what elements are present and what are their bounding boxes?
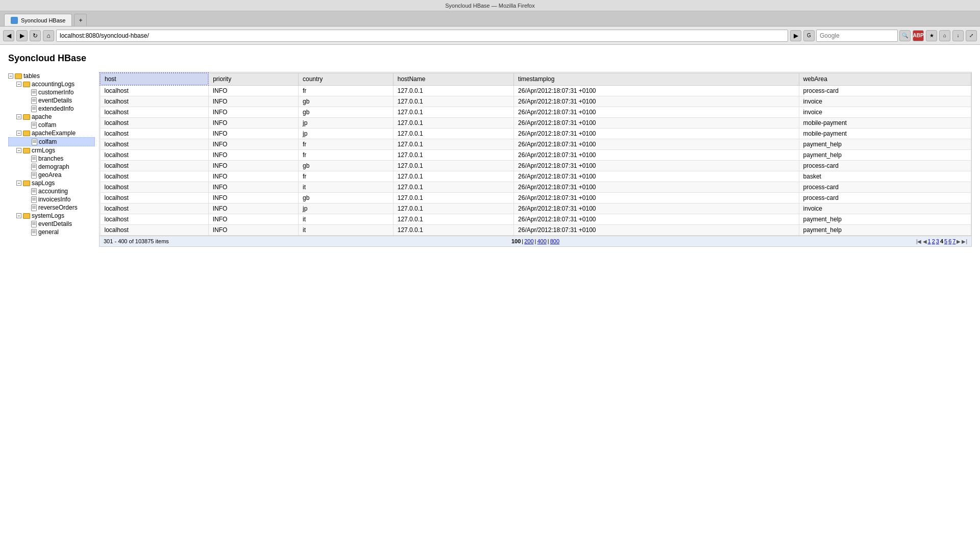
table-row[interactable]: localhostINFOit127.0.0.126/Apr/2012:18:0… [100,225,971,236]
tree-node-apache[interactable]: − apache [8,113,95,121]
tree-node-geoArea[interactable]: geoArea [8,171,95,179]
tree-label-colfam-selected[interactable]: colfam [39,138,57,145]
tree-label-extendedInfo[interactable]: extendedInfo [38,105,74,112]
page-7-link[interactable]: 7 [952,238,955,244]
table-row[interactable]: localhostINFOit127.0.0.126/Apr/2012:18:0… [100,214,971,225]
col-webArea[interactable]: webArea [799,73,971,85]
next-page-button[interactable]: ▶ [957,239,961,244]
page-6-link[interactable]: 6 [948,238,951,244]
page-1-link[interactable]: 1 [928,238,931,244]
go-button[interactable]: ▶ [790,30,801,41]
tree-label-accountingLogs[interactable]: accountingLogs [32,81,75,88]
adblock-button[interactable]: ABP [913,30,924,41]
tree-node-eventDetails1[interactable]: eventDetails [8,96,95,105]
browser-tab[interactable]: Syoncloud HBase [4,14,72,26]
table-row[interactable]: localhostINFOfr127.0.0.126/Apr/2012:18:0… [100,171,971,182]
tree-node-tables[interactable]: − tables [8,72,95,80]
new-tab-button[interactable]: + [74,14,87,26]
forward-button[interactable]: ▶ [16,30,28,41]
cell-country: it [299,214,394,225]
table-row[interactable]: localhostINFOgb127.0.0.126/Apr/2012:18:0… [100,96,971,107]
folder-open-icon [15,73,22,79]
table-row[interactable]: localhostINFOjp127.0.0.126/Apr/2012:18:0… [100,118,971,129]
tree-label-apache[interactable]: apache [32,113,52,120]
tree-node-apacheExample[interactable]: − apacheExample [8,129,95,137]
tree-label-reverseOrders[interactable]: reverseOrders [38,204,78,211]
page-5-link[interactable]: 5 [944,238,947,244]
page-size-400[interactable]: 400 [537,238,546,244]
bookmark-button[interactable]: ★ [926,30,937,41]
tree-label-colfam1[interactable]: colfam [38,121,56,129]
tree-toggle-apache[interactable]: − [16,114,21,119]
table-row[interactable]: localhostINFOgb127.0.0.126/Apr/2012:18:0… [100,161,971,171]
search-input[interactable] [816,30,898,42]
tree-node-sapLogs[interactable]: − sapLogs [8,179,95,187]
reload-button[interactable]: ↻ [30,30,41,41]
tree-node-colfam1[interactable]: colfam [8,121,95,129]
download-button[interactable]: ↓ [952,30,964,41]
table-row[interactable]: localhostINFOfr127.0.0.126/Apr/2012:18:0… [100,150,971,161]
search-submit-button[interactable]: 🔍 [899,30,911,41]
tree-node-accountingLogs[interactable]: − accountingLogs [8,80,95,88]
tree-label-eventDetails1[interactable]: eventDetails [38,97,72,104]
tree-label-branches[interactable]: branches [38,155,63,162]
table-row[interactable]: localhostINFOgb127.0.0.126/Apr/2012:18:0… [100,107,971,118]
tree-node-systemLogs[interactable]: − systemLogs [8,212,95,220]
table-row[interactable]: localhostINFOfr127.0.0.126/Apr/2012:18:0… [100,139,971,150]
page-size-800[interactable]: 800 [550,238,559,244]
back-button[interactable]: ◀ [3,30,14,41]
tree-label-eventDetails2[interactable]: eventDetails [38,220,72,227]
tree-label-general[interactable]: general [38,228,59,236]
tree-node-reverseOrders[interactable]: reverseOrders [8,203,95,212]
col-priority[interactable]: priority [208,73,298,85]
tree-label-apacheExample[interactable]: apacheExample [32,130,76,137]
tree-node-crmLogs[interactable]: − crmLogs [8,146,95,155]
last-page-button[interactable]: ▶| [962,239,967,244]
table-row[interactable]: localhostINFOjp127.0.0.126/Apr/2012:18:0… [100,129,971,139]
search-engine-selector[interactable]: G [803,30,815,41]
tree-toggle-sapLogs[interactable]: − [16,181,21,186]
tree-label-systemLogs[interactable]: systemLogs [32,212,64,219]
address-bar[interactable] [56,30,788,42]
table-row[interactable]: localhostINFOjp127.0.0.126/Apr/2012:18:0… [100,203,971,214]
prev-page-button[interactable]: ◀ [923,239,927,244]
tree-node-colfam-selected[interactable]: colfam [8,137,95,146]
tree-label-geoArea[interactable]: geoArea [38,171,61,178]
tree-node-invoicesInfo[interactable]: invoicesInfo [8,195,95,203]
tree-toggle-systemLogs[interactable]: − [16,213,21,218]
tree-toggle-crmLogs[interactable]: − [16,148,21,153]
table-row[interactable]: localhostINFOit127.0.0.126/Apr/2012:18:0… [100,182,971,193]
tree-label-crmLogs[interactable]: crmLogs [32,147,55,154]
home-page-button[interactable]: ⌂ [939,30,950,41]
table-row[interactable]: localhostINFOfr127.0.0.126/Apr/2012:18:0… [100,85,971,96]
page-4-link[interactable]: 4 [940,238,943,244]
tree-toggle-tables[interactable]: − [8,73,13,79]
page-size-200[interactable]: 200 [524,238,533,244]
first-page-button[interactable]: |◀ [916,239,922,244]
tree-label-tables[interactable]: tables [23,72,40,80]
tree-toggle-apacheExample[interactable]: − [16,131,21,136]
table-row[interactable]: localhostINFOgb127.0.0.126/Apr/2012:18:0… [100,193,971,203]
page-2-link[interactable]: 2 [932,238,935,244]
tree-node-customerInfo[interactable]: customerInfo [8,88,95,96]
col-country[interactable]: country [299,73,394,85]
page-size-100[interactable]: 100 [511,238,521,244]
tree-label-invoicesInfo[interactable]: invoicesInfo [38,196,70,203]
tree-label-accounting[interactable]: accounting [38,188,68,195]
tree-label-demograph[interactable]: demograph [38,163,69,170]
tree-label-customerInfo[interactable]: customerInfo [38,89,74,96]
tree-node-general[interactable]: general [8,228,95,236]
tree-node-demograph[interactable]: demograph [8,163,95,171]
tree-toggle-accountingLogs[interactable]: − [16,82,21,87]
tree-node-branches[interactable]: branches [8,155,95,163]
tree-label-sapLogs[interactable]: sapLogs [32,180,55,187]
page-3-link[interactable]: 3 [936,238,939,244]
resize-button[interactable]: ⤢ [966,30,977,41]
col-host[interactable]: host [100,73,208,85]
home-button[interactable]: ⌂ [43,30,54,41]
tree-node-extendedInfo[interactable]: extendedInfo [8,105,95,113]
tree-node-accounting[interactable]: accounting [8,187,95,195]
tree-node-eventDetails2[interactable]: eventDetails [8,220,95,228]
col-timestamplog[interactable]: timestamplog [514,73,799,85]
col-hostName[interactable]: hostName [393,73,513,85]
